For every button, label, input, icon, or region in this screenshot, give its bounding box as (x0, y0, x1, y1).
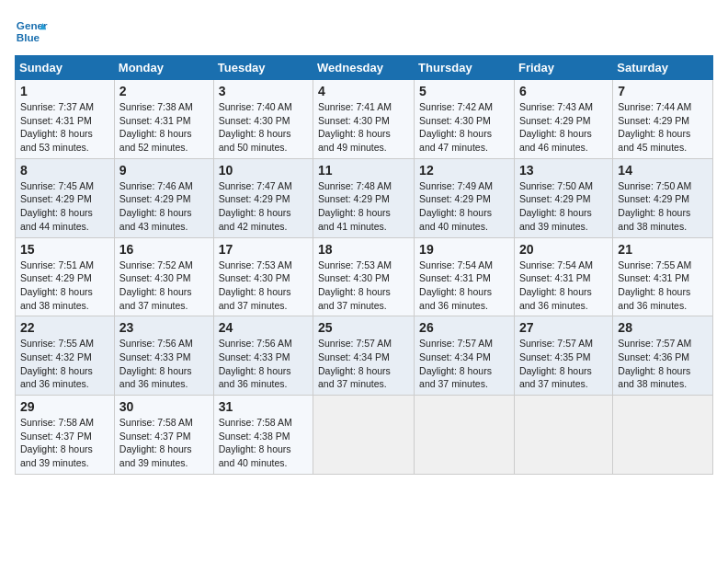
column-header-thursday: Thursday (415, 56, 515, 80)
calendar-cell: 13Sunrise: 7:50 AM Sunset: 4:29 PM Dayli… (514, 158, 612, 237)
cell-details: Sunrise: 7:44 AM Sunset: 4:29 PM Dayligh… (618, 100, 708, 155)
calendar-cell: 15Sunrise: 7:51 AM Sunset: 4:29 PM Dayli… (16, 237, 115, 316)
cell-details: Sunrise: 7:57 AM Sunset: 4:34 PM Dayligh… (318, 337, 409, 391)
cell-details: Sunrise: 7:55 AM Sunset: 4:31 PM Dayligh… (618, 259, 708, 313)
cell-details: Sunrise: 7:55 AM Sunset: 4:32 PM Dayligh… (20, 337, 109, 391)
calendar-cell: 17Sunrise: 7:53 AM Sunset: 4:30 PM Dayli… (213, 237, 313, 316)
calendar-cell: 6Sunrise: 7:43 AM Sunset: 4:29 PM Daylig… (514, 80, 612, 159)
day-number: 30 (119, 399, 209, 414)
calendar-cell: 29Sunrise: 7:58 AM Sunset: 4:37 PM Dayli… (16, 396, 115, 475)
calendar-cell: 8Sunrise: 7:45 AM Sunset: 4:29 PM Daylig… (16, 158, 115, 237)
cell-details: Sunrise: 7:40 AM Sunset: 4:30 PM Dayligh… (219, 100, 308, 155)
day-number: 15 (20, 242, 109, 257)
calendar-cell (514, 396, 612, 475)
column-header-friday: Friday (514, 56, 612, 80)
cell-details: Sunrise: 7:57 AM Sunset: 4:35 PM Dayligh… (519, 337, 608, 391)
day-number: 6 (519, 84, 608, 98)
calendar-week-row: 1Sunrise: 7:37 AM Sunset: 4:31 PM Daylig… (16, 80, 713, 159)
calendar-cell: 3Sunrise: 7:40 AM Sunset: 4:30 PM Daylig… (213, 80, 313, 159)
calendar-cell: 10Sunrise: 7:47 AM Sunset: 4:29 PM Dayli… (213, 158, 313, 237)
calendar-week-row: 8Sunrise: 7:45 AM Sunset: 4:29 PM Daylig… (16, 158, 713, 237)
day-number: 8 (20, 163, 109, 178)
day-number: 17 (219, 242, 308, 257)
day-number: 26 (419, 320, 509, 335)
day-number: 11 (318, 163, 409, 178)
calendar-week-row: 22Sunrise: 7:55 AM Sunset: 4:32 PM Dayli… (16, 316, 713, 396)
calendar-cell: 27Sunrise: 7:57 AM Sunset: 4:35 PM Dayli… (514, 316, 612, 396)
day-number: 25 (318, 320, 409, 335)
svg-text:Blue: Blue (17, 31, 40, 43)
day-number: 14 (618, 163, 708, 178)
day-number: 23 (119, 320, 209, 335)
cell-details: Sunrise: 7:37 AM Sunset: 4:31 PM Dayligh… (20, 100, 109, 155)
day-number: 21 (618, 242, 708, 257)
day-number: 5 (419, 84, 509, 98)
cell-details: Sunrise: 7:45 AM Sunset: 4:29 PM Dayligh… (20, 179, 109, 234)
calendar-cell: 31Sunrise: 7:58 AM Sunset: 4:38 PM Dayli… (213, 396, 313, 475)
day-number: 7 (618, 84, 708, 98)
calendar-cell: 23Sunrise: 7:56 AM Sunset: 4:33 PM Dayli… (114, 316, 213, 396)
calendar-cell (313, 396, 415, 475)
column-header-wednesday: Wednesday (313, 56, 415, 80)
calendar-cell: 16Sunrise: 7:52 AM Sunset: 4:30 PM Dayli… (114, 237, 213, 316)
calendar-table: SundayMondayTuesdayWednesdayThursdayFrid… (15, 55, 713, 475)
calendar-cell: 21Sunrise: 7:55 AM Sunset: 4:31 PM Dayli… (613, 237, 713, 316)
day-number: 22 (20, 320, 109, 335)
cell-details: Sunrise: 7:53 AM Sunset: 4:30 PM Dayligh… (318, 259, 409, 313)
column-header-tuesday: Tuesday (213, 56, 313, 80)
calendar-cell: 19Sunrise: 7:54 AM Sunset: 4:31 PM Dayli… (415, 237, 515, 316)
calendar-cell: 25Sunrise: 7:57 AM Sunset: 4:34 PM Dayli… (313, 316, 415, 396)
calendar-cell: 5Sunrise: 7:42 AM Sunset: 4:30 PM Daylig… (415, 80, 515, 159)
page-header: General Blue (15, 15, 713, 48)
cell-details: Sunrise: 7:52 AM Sunset: 4:30 PM Dayligh… (119, 259, 209, 313)
calendar-cell: 22Sunrise: 7:55 AM Sunset: 4:32 PM Dayli… (16, 316, 115, 396)
calendar-cell: 20Sunrise: 7:54 AM Sunset: 4:31 PM Dayli… (514, 237, 612, 316)
cell-details: Sunrise: 7:53 AM Sunset: 4:30 PM Dayligh… (219, 259, 308, 313)
cell-details: Sunrise: 7:38 AM Sunset: 4:31 PM Dayligh… (119, 100, 209, 155)
cell-details: Sunrise: 7:51 AM Sunset: 4:29 PM Dayligh… (20, 259, 109, 313)
column-header-sunday: Sunday (16, 56, 115, 80)
column-header-saturday: Saturday (613, 56, 713, 80)
calendar-cell: 30Sunrise: 7:58 AM Sunset: 4:37 PM Dayli… (114, 396, 213, 475)
day-number: 9 (119, 163, 209, 178)
day-number: 4 (318, 84, 409, 98)
calendar-cell: 1Sunrise: 7:37 AM Sunset: 4:31 PM Daylig… (16, 80, 115, 159)
calendar-cell: 9Sunrise: 7:46 AM Sunset: 4:29 PM Daylig… (114, 158, 213, 237)
day-number: 10 (219, 163, 308, 178)
day-number: 20 (519, 242, 608, 257)
cell-details: Sunrise: 7:50 AM Sunset: 4:29 PM Dayligh… (519, 179, 608, 234)
day-number: 13 (519, 163, 608, 178)
calendar-cell (613, 396, 713, 475)
calendar-cell: 18Sunrise: 7:53 AM Sunset: 4:30 PM Dayli… (313, 237, 415, 316)
calendar-cell: 28Sunrise: 7:57 AM Sunset: 4:36 PM Dayli… (613, 316, 713, 396)
day-number: 27 (519, 320, 608, 335)
calendar-cell: 11Sunrise: 7:48 AM Sunset: 4:29 PM Dayli… (313, 158, 415, 237)
day-number: 28 (618, 320, 708, 335)
calendar-cell: 14Sunrise: 7:50 AM Sunset: 4:29 PM Dayli… (613, 158, 713, 237)
cell-details: Sunrise: 7:57 AM Sunset: 4:34 PM Dayligh… (419, 337, 509, 391)
logo: General Blue (15, 15, 51, 48)
day-number: 1 (20, 84, 109, 98)
column-header-monday: Monday (114, 56, 213, 80)
day-number: 24 (219, 320, 308, 335)
cell-details: Sunrise: 7:49 AM Sunset: 4:29 PM Dayligh… (419, 179, 509, 234)
cell-details: Sunrise: 7:58 AM Sunset: 4:38 PM Dayligh… (219, 416, 308, 470)
day-number: 12 (419, 163, 509, 178)
cell-details: Sunrise: 7:50 AM Sunset: 4:29 PM Dayligh… (618, 179, 708, 234)
day-number: 29 (20, 399, 109, 414)
cell-details: Sunrise: 7:54 AM Sunset: 4:31 PM Dayligh… (419, 259, 509, 313)
calendar-cell: 2Sunrise: 7:38 AM Sunset: 4:31 PM Daylig… (114, 80, 213, 159)
day-number: 3 (219, 84, 308, 98)
day-number: 19 (419, 242, 509, 257)
calendar-cell: 7Sunrise: 7:44 AM Sunset: 4:29 PM Daylig… (613, 80, 713, 159)
cell-details: Sunrise: 7:56 AM Sunset: 4:33 PM Dayligh… (219, 337, 308, 391)
cell-details: Sunrise: 7:58 AM Sunset: 4:37 PM Dayligh… (119, 416, 209, 470)
day-number: 18 (318, 242, 409, 257)
calendar-cell: 24Sunrise: 7:56 AM Sunset: 4:33 PM Dayli… (213, 316, 313, 396)
day-number: 31 (219, 399, 308, 414)
cell-details: Sunrise: 7:43 AM Sunset: 4:29 PM Dayligh… (519, 100, 608, 155)
calendar-week-row: 15Sunrise: 7:51 AM Sunset: 4:29 PM Dayli… (16, 237, 713, 316)
logo-icon: General Blue (15, 15, 48, 48)
cell-details: Sunrise: 7:48 AM Sunset: 4:29 PM Dayligh… (318, 179, 409, 234)
cell-details: Sunrise: 7:56 AM Sunset: 4:33 PM Dayligh… (119, 337, 209, 391)
